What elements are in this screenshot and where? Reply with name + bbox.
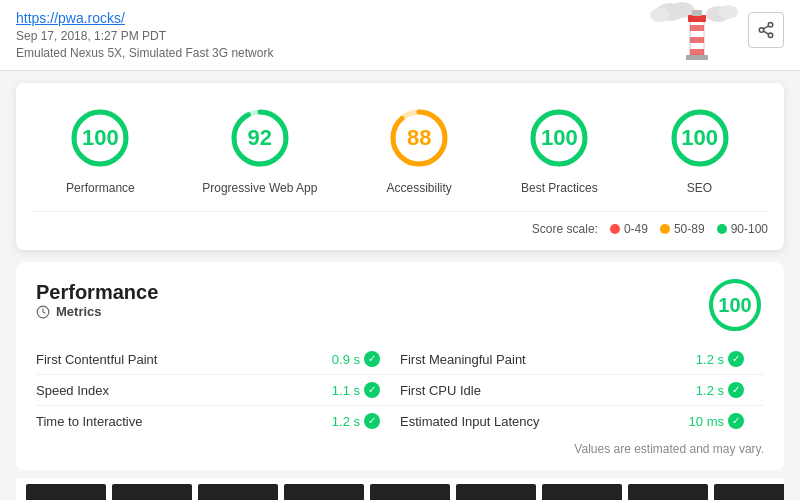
score-number-best-practices: 100 [541,125,578,151]
check-icon: ✓ [728,382,744,398]
scale-high-label: 90-100 [731,222,768,236]
metric-label: Estimated Input Latency [400,414,539,429]
performance-title: Performance [36,281,158,304]
thumbnail-item[interactable]: Progressive Web Apps [26,484,106,500]
score-item-best-practices: 100 Best Practices [521,103,598,195]
svg-rect-12 [690,37,704,43]
score-circle-accessibility: 88 [384,103,454,173]
scale-item-mid: 50-89 [660,222,705,236]
performance-section: Performance Metrics 100 First Contentful… [16,262,784,470]
score-number-seo: 100 [681,125,718,151]
metric-row: Speed Index 1.1 s ✓ [36,375,400,406]
score-label-best-practices: Best Practices [521,181,598,195]
thumbnail-item[interactable]: Progressive Web Apps [628,484,708,500]
metric-label: First Meaningful Paint [400,352,526,367]
score-label-pwa: Progressive Web App [202,181,317,195]
score-circle-best-practices: 100 [524,103,594,173]
metric-row: First CPU Idle 1.2 s ✓ [400,375,764,406]
performance-header: Performance Metrics 100 [36,276,764,334]
thumbnail-item[interactable]: Progressive Web Apps [112,484,192,500]
thumbnail-item[interactable]: Progressive Web Apps [542,484,622,500]
score-label-performance: Performance [66,181,135,195]
thumbnails-strip: Progressive Web AppsProgressive Web Apps… [16,478,784,500]
lighthouse-graphic [650,0,740,70]
thumbnail-item[interactable]: Progressive Web Apps [284,484,364,500]
metrics-grid: First Contentful Paint 0.9 s ✓ Speed Ind… [36,344,764,436]
metric-value: 0.9 s ✓ [332,351,380,367]
metric-label: Time to Interactive [36,414,142,429]
check-icon: ✓ [364,382,380,398]
scale-item-high: 90-100 [717,222,768,236]
metrics-header: Metrics [36,304,158,319]
thumbnail-item[interactable]: Progressive Web Apps [456,484,536,500]
score-item-accessibility: 88 Accessibility [384,103,454,195]
metric-label: Speed Index [36,383,109,398]
thumbnail-item[interactable]: Progressive Web Apps [198,484,278,500]
values-note: Values are estimated and may vary. [36,442,764,456]
metric-row: First Contentful Paint 0.9 s ✓ [36,344,400,375]
scale-mid-label: 50-89 [674,222,705,236]
score-item-pwa: 92 Progressive Web App [202,103,317,195]
scale-dot-high [717,224,727,234]
svg-rect-14 [688,15,706,22]
scale-label: Score scale: [532,222,598,236]
scale-dot-mid [660,224,670,234]
score-scale: Score scale: 0-49 50-89 90-100 [32,211,768,236]
score-number-pwa: 92 [248,125,272,151]
thumbnail-item[interactable]: Progressive Web Apps [370,484,450,500]
metric-value: 1.1 s ✓ [332,382,380,398]
svg-rect-13 [690,49,704,55]
performance-score-circle: 100 [706,276,764,334]
header: https://pwa.rocks/ Sep 17, 2018, 1:27 PM… [0,0,800,71]
score-number-accessibility: 88 [407,125,431,151]
metric-label: First CPU Idle [400,383,481,398]
metric-row: Estimated Input Latency 10 ms ✓ [400,406,764,436]
share-button[interactable] [748,12,784,48]
metric-row: Time to Interactive 1.2 s ✓ [36,406,400,436]
metric-row: First Meaningful Paint 1.2 s ✓ [400,344,764,375]
metric-label: First Contentful Paint [36,352,157,367]
svg-point-7 [650,8,670,22]
check-icon: ✓ [728,413,744,429]
scale-low-label: 0-49 [624,222,648,236]
scale-item-low: 0-49 [610,222,648,236]
check-icon: ✓ [364,413,380,429]
svg-rect-11 [690,25,704,31]
score-circle-performance: 100 [65,103,135,173]
metrics-label: Metrics [56,304,102,319]
score-item-performance: 100 Performance [65,103,135,195]
scale-dot-low [610,224,620,234]
metric-value: 1.2 s ✓ [332,413,380,429]
share-icon [757,21,775,39]
scores-card: 100 Performance 92 Progressive Web App 8… [16,83,784,250]
svg-line-4 [763,26,768,29]
score-label-accessibility: Accessibility [387,181,452,195]
score-circle-seo: 100 [665,103,735,173]
metric-value: 1.2 s ✓ [696,382,744,398]
svg-rect-16 [686,55,708,60]
svg-line-3 [763,31,768,34]
clock-icon [36,305,50,319]
metrics-col-left: First Contentful Paint 0.9 s ✓ Speed Ind… [36,344,400,436]
svg-rect-15 [692,10,702,16]
page-url[interactable]: https://pwa.rocks/ [16,10,125,26]
metric-value: 1.2 s ✓ [696,351,744,367]
scores-row: 100 Performance 92 Progressive Web App 8… [32,103,768,195]
thumbnail-item[interactable]: Progressive Web Apps [714,484,784,500]
metric-value: 10 ms ✓ [689,413,744,429]
score-item-seo: 100 SEO [665,103,735,195]
score-circle-pwa: 92 [225,103,295,173]
performance-score-number: 100 [718,294,751,317]
check-icon: ✓ [728,351,744,367]
score-label-seo: SEO [687,181,712,195]
svg-point-9 [718,5,738,19]
score-number-performance: 100 [82,125,119,151]
check-icon: ✓ [364,351,380,367]
metrics-col-right: First Meaningful Paint 1.2 s ✓ First CPU… [400,344,764,436]
